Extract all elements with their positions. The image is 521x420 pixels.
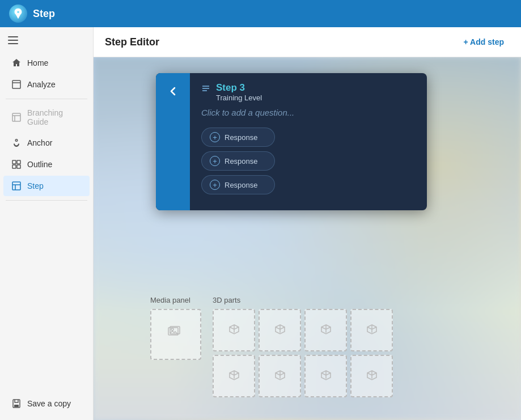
svg-rect-9 (17, 160, 20, 164)
response-label-3: Response (225, 181, 258, 189)
question-placeholder[interactable]: Click to add a question... (201, 108, 416, 117)
back-button[interactable] (163, 81, 183, 101)
save-copy-icon (11, 398, 22, 409)
home-label: Home (27, 58, 48, 67)
step-card: Step 3 Training Level Click to add a que… (156, 73, 427, 210)
3d-part-cell-8[interactable] (350, 355, 393, 397)
add-step-button[interactable]: + Add step (458, 34, 510, 50)
svg-rect-3 (12, 80, 20, 88)
svg-rect-11 (17, 165, 20, 168)
3d-parts-section: 3D parts (213, 296, 393, 397)
content-area: Step 3 Training Level Click to add a que… (94, 57, 521, 420)
3d-part-cell-7[interactable] (304, 355, 347, 397)
branching-guide-label: Branching Guide (27, 108, 82, 126)
cube-icon-2 (273, 324, 287, 337)
response-button-1[interactable]: + Response (201, 128, 275, 147)
cube-icon-6 (273, 370, 287, 383)
outline-icon (11, 159, 22, 169)
media-panel-section: Media panel (150, 296, 201, 360)
3d-parts-grid (213, 309, 393, 397)
media-panel-box[interactable] (150, 309, 201, 360)
step-title-group: Step 3 Training Level (216, 82, 262, 102)
svg-rect-8 (12, 160, 16, 164)
3d-part-cell-5[interactable] (213, 355, 255, 397)
outline-label: Outline (27, 160, 52, 169)
media-panel-label: Media panel (150, 296, 201, 304)
svg-rect-12 (12, 182, 20, 190)
page-title: Step Editor (105, 36, 159, 48)
cube-icon-5 (227, 370, 241, 383)
plus-circle-2: + (210, 156, 220, 166)
svg-point-22 (171, 328, 173, 330)
topbar: Step (0, 0, 521, 27)
svg-rect-5 (12, 113, 20, 121)
anchor-label: Anchor (27, 138, 52, 147)
analyze-icon (11, 79, 22, 90)
svg-rect-16 (14, 405, 19, 407)
cube-icon-1 (227, 324, 241, 337)
3d-part-cell-6[interactable] (259, 355, 301, 397)
sidebar-item-anchor[interactable]: Anchor (3, 133, 90, 153)
sidebar-divider-2 (6, 200, 87, 201)
cube-icon-8 (365, 370, 379, 383)
svg-rect-10 (12, 165, 16, 168)
svg-rect-1 (8, 40, 18, 41)
anchor-icon (11, 138, 22, 148)
logo-icon (12, 7, 24, 20)
sidebar-divider-1 (6, 99, 87, 99)
sidebar-bottom: Save a copy (0, 393, 93, 414)
main-header: Step Editor + Add step (94, 27, 521, 57)
response-button-2[interactable]: + Response (201, 151, 275, 171)
step-subtitle: Training Level (216, 94, 262, 102)
response-button-3[interactable]: + Response (201, 175, 275, 194)
3d-part-cell-4[interactable] (350, 309, 393, 351)
sidebar-item-analyze[interactable]: Analyze (3, 74, 90, 95)
bottom-panels: Media panel 3D parts (150, 296, 393, 397)
sidebar-item-home[interactable]: Home (3, 53, 90, 73)
3d-parts-label: 3D parts (213, 296, 393, 304)
step-header: Step 3 Training Level (201, 82, 416, 102)
3d-part-cell-2[interactable] (259, 309, 301, 351)
step-label: Step (27, 181, 44, 190)
sidebar-item-branching-guide: Branching Guide (3, 103, 90, 131)
cube-icon-4 (365, 324, 379, 337)
sidebar-item-outline[interactable]: Outline (3, 154, 90, 175)
svg-rect-2 (8, 43, 18, 44)
media-placeholder-icon (168, 326, 184, 343)
add-step-label: + Add step (464, 37, 504, 46)
sidebar-item-step[interactable]: Step (3, 176, 90, 196)
3d-part-cell-1[interactable] (213, 309, 255, 351)
branching-guide-icon (11, 112, 22, 122)
step-icon (11, 181, 22, 191)
step-name: Step 3 (216, 82, 262, 94)
sidebar: Home Analyze Branching Guide Anchor (0, 27, 94, 420)
step-card-body: Step 3 Training Level Click to add a que… (190, 73, 427, 210)
step-list-icon (201, 84, 210, 95)
plus-circle-3: + (210, 180, 220, 190)
sidebar-item-save-copy[interactable]: Save a copy (3, 393, 90, 414)
plus-circle-1: + (210, 132, 220, 142)
svg-rect-0 (8, 36, 18, 37)
3d-part-cell-3[interactable] (304, 309, 347, 351)
app-title: Step (33, 8, 55, 20)
response-label-1: Response (225, 133, 258, 142)
save-copy-label: Save a copy (27, 399, 71, 408)
step-card-left (156, 73, 190, 210)
cube-icon-7 (319, 370, 333, 383)
layout: Home Analyze Branching Guide Anchor (0, 27, 521, 420)
menu-icon[interactable] (0, 33, 93, 52)
main-content: Step Editor + Add step (94, 27, 521, 420)
response-label-2: Response (225, 157, 258, 166)
analyze-label: Analyze (27, 80, 56, 89)
home-icon (11, 58, 22, 68)
app-logo (9, 5, 27, 23)
cube-icon-3 (319, 324, 333, 337)
